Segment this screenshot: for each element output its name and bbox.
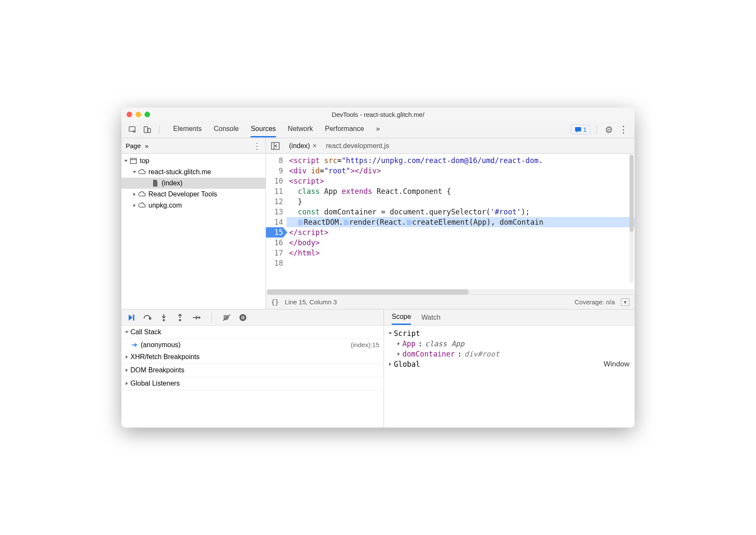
callstack-pane: Call Stack ➔ (anonymous) (index):15 XHR/… [121,309,384,428]
debugger-panel: Call Stack ➔ (anonymous) (index):15 XHR/… [121,309,635,428]
minimize-window-button[interactable] [136,112,141,117]
editor-statusbar: {} Line 15, Column 3 Coverage: n/a ▾ [266,294,635,309]
navigator-header: Page » ⋮ [121,138,266,154]
file-tab-index[interactable]: (index) × [287,142,318,150]
page-tab[interactable]: Page [126,142,141,149]
pretty-print-icon[interactable]: {} [271,298,279,306]
tab-watch[interactable]: Watch [421,311,440,324]
frame-icon [130,158,137,164]
current-frame-icon: ➔ [132,341,137,349]
svg-rect-4 [130,158,136,163]
tree-item-domain[interactable]: react-stuck.glitch.me [121,166,266,178]
settings-icon[interactable] [603,124,615,136]
tree-item-top[interactable]: top [121,155,266,166]
stack-frame[interactable]: ➔ (anonymous) (index):15 [121,339,384,351]
more-menu-icon[interactable]: ⋮ [617,124,629,136]
tab-scope[interactable]: Scope [392,310,411,325]
svg-point-12 [198,316,201,318]
xhr-breakpoints-header[interactable]: XHR/fetch Breakpoints [121,351,384,364]
dom-breakpoints-header[interactable]: DOM Breakpoints [121,364,384,377]
svg-rect-16 [243,316,244,319]
global-listeners-header[interactable]: Global Listeners [121,377,384,390]
tab-elements[interactable]: Elements [173,122,202,137]
callstack-header[interactable]: Call Stack [121,326,384,339]
scope-tabs: Scope Watch [384,309,635,326]
step-out-icon[interactable] [175,313,185,322]
svg-point-10 [163,319,165,321]
scope-prop-app[interactable]: App: class App [389,339,629,349]
scope-tree: Script App: class App domContainer: div#… [384,326,635,428]
navigator-pane: Page » ⋮ top react-stuck.glitch.me (inde [121,138,266,309]
zoom-window-button[interactable] [145,112,150,117]
scope-script[interactable]: Script [389,328,629,339]
scope-prop-domcontainer[interactable]: domContainer: div#root [389,349,629,359]
svg-rect-3 [575,127,581,131]
tree-item-rdt[interactable]: React Developer Tools [121,189,266,200]
device-toolbar-icon[interactable] [141,124,153,136]
devtools-window: DevTools - react-stuck.glitch.me/ Elemen… [121,107,635,428]
tab-performance[interactable]: Performance [325,122,364,137]
resume-icon[interactable] [127,313,136,322]
show-details-icon[interactable]: ▾ [621,298,629,306]
svg-rect-2 [148,128,151,133]
svg-point-11 [179,319,181,321]
issues-count: 1 [583,126,587,133]
scope-pane: Scope Watch Script App: class App domCon… [384,309,635,428]
tab-sources[interactable]: Sources [251,122,276,137]
separator [159,125,159,134]
sources-panel: Page » ⋮ top react-stuck.glitch.me (inde [121,138,635,309]
separator [211,313,212,322]
tab-network[interactable]: Network [288,122,313,137]
close-tab-icon[interactable]: × [313,142,316,150]
svg-rect-0 [129,127,135,131]
file-tab-react[interactable]: react.development.js [324,142,391,150]
close-window-button[interactable] [127,112,132,117]
cloud-icon [138,169,146,175]
inspect-element-icon[interactable] [127,124,139,136]
titlebar: DevTools - react-stuck.glitch.me/ [121,107,635,121]
panel-tabs: Elements Console Sources Network Perform… [173,122,380,137]
tab-console[interactable]: Console [214,122,239,137]
cursor-position: Line 15, Column 3 [285,298,337,306]
svg-rect-1 [144,127,148,133]
tree-item-index[interactable]: (index) [121,178,266,189]
window-title: DevTools - react-stuck.glitch.me/ [121,111,635,118]
step-into-icon[interactable] [159,313,168,322]
vertical-scrollbar[interactable] [629,155,634,283]
scope-global[interactable]: Global Window [389,359,629,369]
file-tabs: (index) × react.development.js [266,138,635,154]
window-controls [127,112,150,117]
step-icon[interactable] [192,313,201,322]
deactivate-breakpoints-icon[interactable] [222,313,231,322]
step-over-icon[interactable] [143,313,152,322]
file-tree: top react-stuck.glitch.me (index) React … [121,154,266,309]
svg-rect-8 [133,315,134,321]
coverage-label: Coverage: n/a [575,298,615,306]
code-editor[interactable]: 89101112131415161718 <script src="https:… [266,154,635,289]
file-icon [151,180,159,187]
cloud-icon [138,202,146,209]
svg-rect-15 [242,316,242,319]
cloud-icon [138,191,146,198]
navigator-overflow[interactable]: » [145,142,148,149]
pause-exceptions-icon[interactable] [238,313,248,322]
svg-point-14 [239,314,246,321]
show-navigator-icon[interactable] [269,140,281,152]
callstack-sections: Call Stack ➔ (anonymous) (index):15 XHR/… [121,326,384,428]
code-lines: <script src="https://unpkg.com/react-dom… [286,154,635,289]
svg-point-9 [149,318,151,319]
line-gutter: 89101112131415161718 [266,154,286,289]
horizontal-scrollbar[interactable] [267,289,634,294]
issues-badge[interactable]: 1 [571,125,591,134]
debugger-toolbar [121,309,384,326]
tab-overflow[interactable]: » [376,122,380,137]
main-toolbar: Elements Console Sources Network Perform… [121,121,635,138]
navigator-menu-icon[interactable]: ⋮ [253,141,261,151]
separator [597,125,597,134]
tree-item-unpkg[interactable]: unpkg.com [121,200,266,211]
editor-pane: (index) × react.development.js 891011121… [266,138,635,309]
